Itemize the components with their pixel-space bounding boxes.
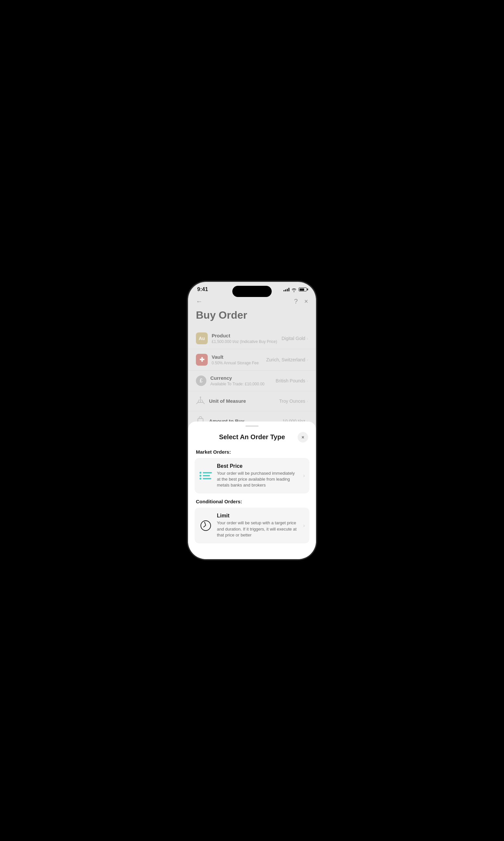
phone-screen: 9:41 ← <box>188 282 316 559</box>
limit-title: Limit <box>217 513 299 519</box>
page-title: Buy Order <box>188 309 316 321</box>
sheet-close-button[interactable]: × <box>298 432 308 443</box>
product-value: Digital Gold <box>282 336 305 341</box>
wifi-icon <box>291 288 296 291</box>
close-button[interactable]: × <box>304 298 308 305</box>
battery-icon <box>299 288 307 291</box>
currency-label: Currency <box>210 375 265 381</box>
bottom-sheet: Select An Order Type × Market Orders: <box>188 422 316 559</box>
currency-row[interactable]: £ Currency Available To Trade: £10,000.0… <box>188 371 316 391</box>
product-icon: Au <box>196 332 208 344</box>
limit-chevron: › <box>303 523 305 529</box>
product-row[interactable]: Au Product £1,500.000 t/oz (Indicative B… <box>188 328 316 349</box>
vault-icon: ✚ <box>196 354 208 366</box>
currency-sublabel: Available To Trade: £10,000.00 <box>210 382 265 386</box>
dynamic-island <box>232 286 272 297</box>
back-button[interactable]: ← <box>196 298 202 305</box>
conditional-orders-label: Conditional Orders: <box>195 499 309 504</box>
product-chevron: › <box>306 336 308 341</box>
best-price-icon <box>199 469 212 482</box>
vault-chevron: › <box>306 357 308 362</box>
help-button[interactable]: ? <box>294 298 298 305</box>
nav-actions: ? × <box>294 298 308 305</box>
limit-desc: Your order will be setup with a target p… <box>217 520 299 538</box>
currency-icon: £ <box>196 376 206 386</box>
vault-sublabel: 0.50% Annual Storage Fee <box>212 361 258 365</box>
form-rows: Au Product £1,500.000 t/oz (Indicative B… <box>188 328 316 431</box>
currency-chevron: › <box>306 378 308 383</box>
sheet-header: Select An Order Type × <box>195 432 309 443</box>
best-price-desc: Your order will be purchased immediately… <box>217 470 299 488</box>
currency-value: British Pounds <box>276 378 305 383</box>
signal-icon <box>284 288 289 291</box>
best-price-chevron: › <box>303 473 305 479</box>
status-icons <box>284 288 307 291</box>
phone-frame: 9:41 ← <box>188 282 316 559</box>
status-time: 9:41 <box>197 287 208 292</box>
limit-icon <box>199 519 212 532</box>
unit-icon <box>196 396 205 406</box>
unit-value: Troy Ounces <box>279 398 305 404</box>
limit-option[interactable]: Limit Your order will be setup with a ta… <box>195 508 309 543</box>
unit-chevron: › <box>306 398 308 404</box>
product-sublabel: £1,500.000 t/oz (Indicative Buy Price) <box>212 339 277 344</box>
unit-label: Unit of Measure <box>209 398 246 404</box>
product-label: Product <box>212 333 277 339</box>
sheet-title: Select An Order Type <box>206 433 298 441</box>
market-orders-label: Market Orders: <box>195 449 309 455</box>
best-price-option[interactable]: Best Price Your order will be purchased … <box>195 458 309 494</box>
vault-value: Zurich, Switzerland <box>266 357 305 362</box>
vault-row[interactable]: ✚ Vault 0.50% Annual Storage Fee Zurich,… <box>188 349 316 371</box>
best-price-title: Best Price <box>217 463 299 469</box>
svg-point-0 <box>200 396 201 398</box>
vault-label: Vault <box>212 354 258 360</box>
sheet-handle <box>246 425 258 427</box>
nav-bar: ← ? × <box>188 295 316 309</box>
unit-row[interactable]: Unit of Measure Troy Ounces › <box>188 391 316 411</box>
